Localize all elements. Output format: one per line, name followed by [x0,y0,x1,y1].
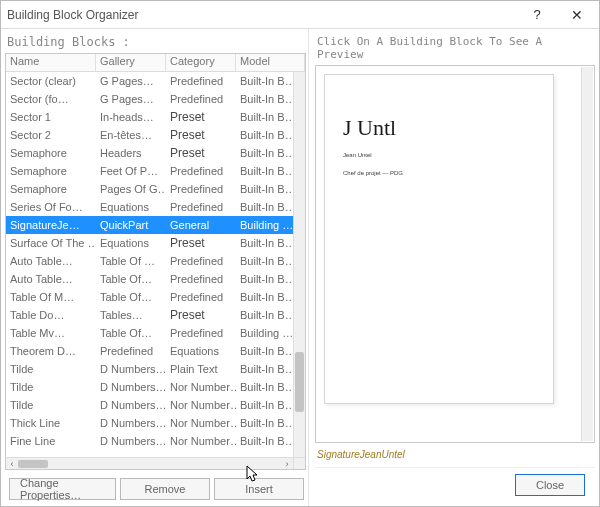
scroll-left-icon[interactable]: ‹ [6,459,18,469]
table-row[interactable]: Fine LineD Numbers…Nor Number…Built-In B… [6,432,293,450]
preview-page: J Untl Jean Untel Chef de projet — PDG [324,74,554,404]
cell-name: Theorem D… [6,345,96,357]
cell-model: Built-In B… [236,111,293,123]
cell-gallery: Pages Of G… [96,183,166,195]
cell-model: Building … [236,327,293,339]
cell-gallery: In-heads… [96,111,166,123]
change-properties-button[interactable]: Change Properties… [9,478,116,500]
cell-category: Plain Text [166,363,236,375]
table-row[interactable]: TildeD Numbers…Plain TextBuilt-In B… [6,360,293,378]
cell-name: Auto Table… [6,273,96,285]
cell-name: Tilde [6,363,96,375]
cell-category: Nor Number… [166,417,236,429]
cell-category: Nor Number… [166,435,236,447]
cell-name: Tilde [6,381,96,393]
table-row[interactable]: SemaphoreHeadersPresetBuilt-In B… [6,144,293,162]
cell-name: Thick Line [6,417,96,429]
cell-gallery: Headers [96,147,166,159]
preview-scrollbar[interactable] [581,67,593,441]
building-block-organizer-dialog: Building Block Organizer ? ✕ Building Bl… [0,0,600,507]
table-row[interactable]: Theorem D…PredefinedEquationsBuilt-In B… [6,342,293,360]
cell-gallery: Table Of… [96,273,166,285]
cell-gallery: G Pages… [96,75,166,87]
col-gallery[interactable]: Gallery [96,54,166,71]
table-row[interactable]: SignatureJe…QuickPartGeneralBuilding … [6,216,293,234]
vertical-scroll-thumb[interactable] [295,352,304,412]
cell-name: Sector (clear) [6,75,96,87]
table-row[interactable]: Series Of Fo…EquationsPredefinedBuilt-In… [6,198,293,216]
cell-model: Built-In B… [236,183,293,195]
cell-name: Semaphore [6,165,96,177]
table-row[interactable]: Surface Of The …EquationsPresetBuilt-In … [6,234,293,252]
cell-category: Predefined [166,255,236,267]
cell-name: Table Mv… [6,327,96,339]
table-header[interactable]: Name Gallery Category Model [6,54,305,72]
cell-category: Predefined [166,327,236,339]
cell-name: Sector (fo… [6,93,96,105]
cell-name: SignatureJe… [6,219,96,231]
table-row[interactable]: Sector (fo…G Pages…PredefinedBuilt-In B… [6,90,293,108]
close-button[interactable]: Close [515,474,585,496]
cell-gallery: D Numbers… [96,435,166,447]
table-row[interactable]: Table Do…Tables…PresetBuilt-In B… [6,306,293,324]
cell-category: Predefined [166,165,236,177]
cell-model: Built-In B… [236,273,293,285]
cell-category: Preset [166,128,236,142]
cell-gallery: Tables… [96,309,166,321]
cell-name: Tilde [6,399,96,411]
cell-category: Predefined [166,291,236,303]
cell-name: Series Of Fo… [6,201,96,213]
table-row[interactable]: Sector (clear)G Pages…PredefinedBuilt-In… [6,72,293,90]
cell-model: Built-In B… [236,255,293,267]
table-row[interactable]: SemaphorePages Of G…PredefinedBuilt-In B… [6,180,293,198]
cell-model: Built-In B… [236,291,293,303]
insert-button[interactable]: Insert [214,478,304,500]
horizontal-scrollbar[interactable]: ‹ › [6,457,293,469]
col-model[interactable]: Model [236,54,305,71]
table-row[interactable]: Table Of M…Table Of…PredefinedBuilt-In B… [6,288,293,306]
table-row[interactable]: SemaphoreFeet Of P…PredefinedBuilt-In B… [6,162,293,180]
table-row[interactable]: Sector 1In-heads…PresetBuilt-In B… [6,108,293,126]
cell-gallery: D Numbers… [96,381,166,393]
table-row[interactable]: TildeD Numbers…Nor Number…Built-In B… [6,396,293,414]
cell-gallery: Table Of… [96,327,166,339]
cell-category: Preset [166,146,236,160]
col-name[interactable]: Name [6,54,96,71]
footer: Close [315,467,595,506]
cell-gallery: Equations [96,201,166,213]
cell-model: Built-In B… [236,435,293,447]
horizontal-scroll-thumb[interactable] [18,460,48,468]
help-button[interactable]: ? [517,2,557,28]
close-window-button[interactable]: ✕ [557,2,597,28]
remove-button[interactable]: Remove [120,478,210,500]
table-row[interactable]: TildeD Numbers…Nor Number…Built-In B… [6,378,293,396]
cell-name: Semaphore [6,183,96,195]
scroll-right-icon[interactable]: › [281,459,293,469]
cell-gallery: D Numbers… [96,399,166,411]
cell-gallery: G Pages… [96,93,166,105]
cell-gallery: Predefined [96,345,166,357]
cell-category: Equations [166,345,236,357]
cell-model: Built-In B… [236,129,293,141]
cell-category: Predefined [166,273,236,285]
cell-gallery: QuickPart [96,219,166,231]
table-row[interactable]: Thick LineD Numbers…Nor Number…Built-In … [6,414,293,432]
vertical-scrollbar[interactable] [293,72,305,457]
left-panel: Building Blocks : Name Gallery Category … [1,29,309,506]
cell-model: Built-In B… [236,93,293,105]
cell-category: Predefined [166,201,236,213]
scroll-corner [293,457,305,469]
table-body: Sector (clear)G Pages…PredefinedBuilt-In… [6,72,293,457]
col-category[interactable]: Category [166,54,236,71]
cell-model: Building … [236,219,293,231]
table-row[interactable]: Auto Table…Table Of …PredefinedBuilt-In … [6,252,293,270]
cell-category: Preset [166,110,236,124]
left-button-row: Change Properties… Remove Insert [5,470,308,506]
table-row[interactable]: Auto Table…Table Of…PredefinedBuilt-In B… [6,270,293,288]
cell-category: Predefined [166,183,236,195]
cell-model: Built-In B… [236,237,293,249]
table-row[interactable]: Table Mv…Table Of…PredefinedBuilding … [6,324,293,342]
table-row[interactable]: Sector 2En-têtes…PresetBuilt-In B… [6,126,293,144]
building-blocks-table: Name Gallery Category Model Sector (clea… [5,53,306,470]
cell-name: Auto Table… [6,255,96,267]
